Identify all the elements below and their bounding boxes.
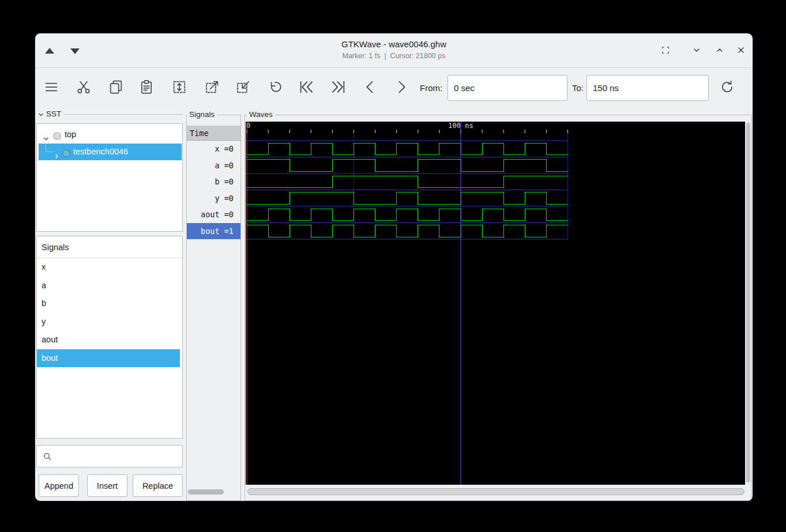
entity-globe-icon [62,147,71,164]
wave-trace-a [247,160,568,172]
sst-frame-line [64,114,183,115]
signal-list-item-bout[interactable]: bout [37,349,180,368]
wave-row-label-a[interactable]: a =0 [187,157,240,174]
wave-trace-b [247,176,568,188]
skip-to-end-icon [330,78,347,98]
zoom-out-icon [235,79,251,97]
signal-list-item-x[interactable]: x [37,258,180,277]
waves-hscrollbar-thumb[interactable] [247,488,744,495]
chevron-up-icon [715,46,724,57]
to-input[interactable] [586,75,709,101]
zoom-in-button[interactable] [200,76,225,101]
paste-icon [138,79,155,97]
insert-button[interactable]: Insert [87,474,127,497]
waveform-canvas[interactable]: 0100 ns [246,122,745,485]
wave-trace-bout [247,225,568,237]
step-left-button[interactable] [358,76,383,101]
chevron-right-icon[interactable] [54,149,60,165]
minimize-button[interactable] [690,44,704,58]
wave-row-label-x[interactable]: x =0 [187,141,240,157]
tree-connector [46,144,53,152]
step-right-button[interactable] [389,76,414,101]
wave-trace-aout [247,209,568,221]
zoom-fit-icon [171,79,187,97]
restore-icon [660,45,671,58]
zoom-out-button[interactable] [231,76,256,101]
signal-list-item-y[interactable]: y [37,313,180,331]
signals-frame-label: Signals [187,110,217,119]
search-icon [43,452,52,463]
scissors-icon [76,79,92,97]
from-label: From: [420,76,442,101]
skip-to-start-icon [298,78,315,98]
waveform-area: 0100 ns [246,122,745,485]
signals-hscrollbar-thumb[interactable] [188,489,224,495]
menu-button[interactable] [39,76,64,101]
tree-row-top[interactable]: top [39,126,182,143]
signal-list-item-b[interactable]: b [37,295,180,313]
menu-icon [43,79,59,97]
wave-row-label-bout[interactable]: bout =1 [187,223,240,240]
wave-row-label-aout[interactable]: aout =0 [187,206,240,223]
wave-trace-y [247,193,568,205]
wave-trace-x [247,143,568,155]
chevron-down-icon [37,110,44,120]
signal-search-box [36,445,183,467]
undo-button[interactable] [262,76,288,101]
maximize-button[interactable] [713,44,727,58]
desktop-background: GTKWave - wave0046.ghw Marker: 1 fs | Cu… [0,0,786,532]
sst-header-label: SST [46,110,61,118]
cut-button[interactable] [71,76,96,101]
titlebar[interactable]: GTKWave - wave0046.ghw Marker: 1 fs | Cu… [35,33,753,68]
reload-button[interactable] [714,76,740,101]
tree-label-testbench: testbench0046 [73,144,128,160]
sst-tree: top testbench0046 [36,123,183,232]
gtkwave-window: GTKWave - wave0046.ghw Marker: 1 fs | Cu… [35,33,753,501]
close-button[interactable] [734,44,748,58]
waves-frame-label: Waves [247,110,275,119]
signals-column-header: Signals [37,236,182,258]
restore-button[interactable] [659,44,672,58]
reload-icon [719,79,735,97]
close-icon [736,46,746,57]
wave-row-label-y[interactable]: y =0 [187,190,240,207]
to-end-button[interactable] [326,76,351,101]
chevron-right-icon [393,78,410,98]
to-start-button[interactable] [294,76,319,101]
paste-button[interactable] [134,76,159,101]
wave-row-label-b[interactable]: b =0 [187,173,240,190]
waves-vscrollbar-track[interactable] [746,122,751,485]
undo-icon [267,79,283,97]
from-input[interactable] [447,75,567,101]
marker-cursor-status: Marker: 1 fs | Cursor: 21800 ps [35,52,753,60]
to-label: To: [572,76,584,101]
chevron-down-icon [692,46,701,57]
zoom-fit-button[interactable] [167,76,192,101]
tree-label-top: top [65,126,76,143]
zoom-in-icon [204,79,220,97]
tree-row-testbench[interactable]: testbench0046 [39,144,182,160]
copy-icon [108,79,124,97]
replace-button[interactable]: Replace [133,474,183,497]
sst-expander[interactable] [37,110,46,118]
chevron-left-icon [362,78,379,98]
waves-vscrollbar-thumb[interactable] [746,123,750,482]
append-button[interactable]: Append [39,474,79,497]
time-column-header: Time [187,126,240,141]
signal-list-item-aout[interactable]: aout [37,331,180,349]
signal-list-item-a[interactable]: a [37,277,180,295]
copy-button[interactable] [103,76,129,101]
window-title: GTKWave - wave0046.ghw [35,39,753,49]
search-input[interactable] [54,447,181,467]
